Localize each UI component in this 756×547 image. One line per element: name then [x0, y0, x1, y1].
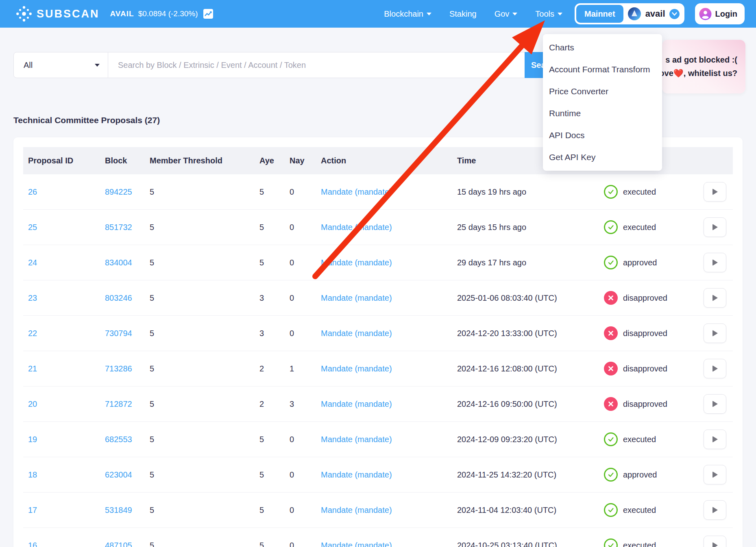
status-icon	[604, 362, 618, 376]
aye-count: 5	[259, 541, 264, 547]
play-icon	[712, 507, 718, 513]
expand-row-button[interactable]	[704, 536, 726, 547]
action-link[interactable]: Mandate (mandate)	[321, 506, 392, 514]
expand-row-button[interactable]	[704, 430, 726, 449]
action-link[interactable]: Mandate (mandate)	[321, 470, 392, 479]
search-filter-select[interactable]: All	[13, 52, 108, 78]
proposal-id-link[interactable]: 22	[28, 329, 37, 338]
block-link[interactable]: 894225	[105, 187, 132, 196]
nav-staking[interactable]: Staking	[449, 9, 477, 19]
menu-item-charts[interactable]: Charts	[543, 37, 662, 59]
block-link[interactable]: 803246	[105, 293, 132, 302]
check-icon	[607, 541, 615, 547]
proposal-time: 2024-11-04 12:03:40 (UTC)	[457, 506, 556, 514]
menu-item-account-format-transform[interactable]: Account Format Transform	[543, 59, 662, 80]
action-link[interactable]: Mandate (mandate)	[321, 541, 392, 547]
expand-row-button[interactable]	[704, 253, 726, 272]
block-link[interactable]: 487105	[105, 541, 132, 547]
block-link[interactable]: 834004	[105, 258, 132, 267]
action-link[interactable]: Mandate (mandate)	[321, 293, 392, 302]
menu-item-get-api-key[interactable]: Get API Key	[543, 146, 662, 168]
price-chart-icon[interactable]	[203, 9, 214, 19]
nay-count: 0	[290, 435, 294, 444]
status-icon	[604, 326, 618, 340]
subscan-logo[interactable]: SUBSCAN	[15, 5, 100, 22]
tools-dropdown-menu: Charts Account Format Transform Price Co…	[543, 34, 662, 171]
block-link[interactable]: 531849	[105, 506, 132, 514]
block-link[interactable]: 712872	[105, 399, 132, 408]
table-row: 22 730794 5 3 0 Mandate (mandate) 2024-1…	[23, 316, 733, 351]
mainnet-button[interactable]: Mainnet	[576, 5, 623, 23]
login-button[interactable]: Login	[695, 3, 745, 24]
menu-item-runtime[interactable]: Runtime	[543, 102, 662, 124]
status-badge: executed	[623, 506, 656, 515]
nay-count: 1	[290, 364, 294, 373]
block-link[interactable]: 851732	[105, 223, 132, 232]
action-link[interactable]: Mandate (mandate)	[321, 435, 392, 444]
menu-item-api-docs[interactable]: API Docs	[543, 124, 662, 146]
expand-row-button[interactable]	[704, 465, 726, 484]
nay-count: 3	[290, 399, 294, 408]
action-link[interactable]: Mandate (mandate)	[321, 258, 392, 267]
action-link[interactable]: Mandate (mandate)	[321, 364, 392, 373]
proposal-id-link[interactable]: 25	[28, 223, 37, 232]
ad-line-2: e love❤️, whitelist us?	[650, 67, 737, 80]
expand-row-button[interactable]	[704, 288, 726, 308]
network-chevron-icon[interactable]	[669, 9, 680, 19]
proposal-id-link[interactable]: 24	[28, 258, 37, 267]
action-link[interactable]: Mandate (mandate)	[321, 223, 392, 232]
action-link[interactable]: Mandate (mandate)	[321, 329, 392, 338]
aye-count: 3	[259, 329, 264, 338]
proposal-id-link[interactable]: 18	[28, 470, 37, 479]
table-row: 24 834004 5 5 0 Mandate (mandate) 29 day…	[23, 245, 733, 280]
expand-row-button[interactable]	[704, 323, 726, 343]
status-badge: executed	[623, 187, 656, 197]
aye-count: 5	[259, 435, 264, 444]
block-link[interactable]: 623004	[105, 470, 132, 479]
search-input[interactable]	[108, 52, 525, 78]
nay-count: 0	[290, 541, 294, 547]
status-icon	[604, 432, 618, 446]
nay-count: 0	[290, 293, 294, 302]
proposal-id-link[interactable]: 16	[28, 541, 37, 547]
status-icon	[604, 503, 618, 517]
play-icon	[712, 365, 718, 372]
member-threshold-value: 5	[150, 399, 154, 408]
aye-count: 3	[259, 293, 264, 302]
proposal-id-link[interactable]: 21	[28, 364, 37, 373]
proposal-time: 15 days 19 hrs ago	[457, 187, 526, 196]
nav-gov[interactable]: Gov	[495, 9, 518, 19]
block-link[interactable]: 682553	[105, 435, 132, 444]
member-threshold-value: 5	[150, 435, 154, 444]
proposal-id-link[interactable]: 23	[28, 293, 37, 302]
expand-row-button[interactable]	[704, 394, 726, 414]
table-row: 20 712872 5 2 3 Mandate (mandate) 2024-1…	[23, 386, 733, 422]
proposal-id-link[interactable]: 17	[28, 506, 37, 514]
nav-blockchain[interactable]: Blockchain	[384, 9, 431, 19]
expand-row-button[interactable]	[704, 182, 726, 202]
brand-name: SUBSCAN	[37, 8, 100, 20]
aye-count: 2	[259, 399, 264, 408]
proposal-id-link[interactable]: 20	[28, 399, 37, 408]
nay-count: 0	[290, 258, 294, 267]
action-link[interactable]: Mandate (mandate)	[321, 187, 392, 196]
proposal-id-link[interactable]: 26	[28, 187, 37, 196]
nav-tools[interactable]: Tools	[535, 9, 562, 19]
proposal-id-link[interactable]: 19	[28, 435, 37, 444]
block-link[interactable]: 713286	[105, 364, 132, 373]
check-icon	[607, 506, 615, 514]
aye-count: 2	[259, 364, 264, 373]
expand-row-button[interactable]	[704, 500, 726, 520]
expand-row-button[interactable]	[704, 359, 726, 378]
menu-item-price-converter[interactable]: Price Converter	[543, 80, 662, 102]
action-link[interactable]: Mandate (mandate)	[321, 399, 392, 408]
table-row: 17 531849 5 5 0 Mandate (mandate) 2024-1…	[23, 493, 733, 528]
aye-count: 5	[259, 506, 264, 514]
network-name: avail	[645, 9, 665, 19]
table-row: 19 682553 5 5 0 Mandate (mandate) 2024-1…	[23, 422, 733, 457]
expand-row-button[interactable]	[704, 217, 726, 237]
aye-count: 5	[259, 258, 264, 267]
col-nay: Nay	[285, 156, 316, 165]
block-link[interactable]: 730794	[105, 329, 132, 338]
proposal-time: 2024-10-25 03:13:40 (UTC)	[457, 541, 557, 547]
